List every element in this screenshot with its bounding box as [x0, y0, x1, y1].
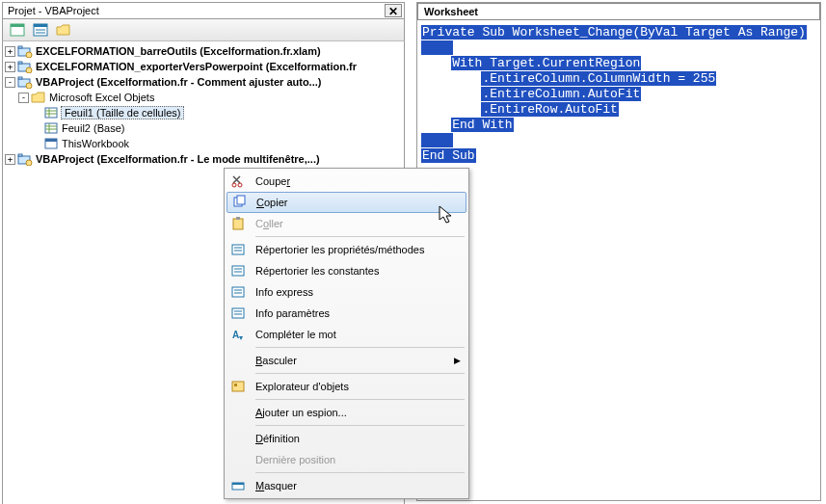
expand-toggle[interactable]: + [5, 62, 15, 72]
menu-item[interactable]: Basculer▶ [226, 350, 466, 371]
svg-rect-26 [18, 154, 22, 156]
menu-item-label: Dernière position [255, 454, 335, 465]
menu-item-label: Masquer [255, 480, 297, 491]
svg-rect-32 [233, 219, 243, 229]
code-editor[interactable]: Private Sub Worksheet_Change(ByVal Targe… [416, 19, 821, 501]
complete-icon: A [226, 324, 250, 345]
menu-item-label: Info express [255, 286, 313, 298]
svg-rect-10 [18, 62, 22, 64]
svg-rect-15 [45, 108, 57, 118]
menu-item[interactable]: Info express [226, 281, 466, 303]
project-explorer-title: Projet - VBAProject ✕ [2, 2, 405, 18]
expand-toggle[interactable]: + [5, 46, 15, 57]
menu-item[interactable]: Définition [226, 428, 466, 449]
paste-icon [226, 213, 250, 234]
menu-item[interactable]: Explorateur d'objets [226, 376, 466, 397]
svg-rect-37 [232, 266, 244, 276]
tree-item[interactable]: Feuil2 (Base) [3, 120, 404, 136]
objbrw-icon [226, 376, 250, 397]
svg-rect-1 [11, 24, 24, 27]
sheet-icon [43, 121, 59, 135]
svg-point-27 [26, 160, 32, 166]
project-icon [17, 152, 33, 166]
menu-item-label: Ajouter un espion... [255, 407, 347, 418]
menu-separator [255, 472, 465, 473]
tree-item[interactable]: +VBAProject (Excelformation.fr - Le mode… [3, 151, 404, 167]
svg-rect-50 [232, 483, 244, 485]
tree-item[interactable]: ThisWorkbook [3, 136, 404, 151]
tree-item-label: Microsoft Excel Objets [48, 92, 155, 103]
svg-point-29 [238, 183, 242, 187]
object-dropdown-value: Worksheet [424, 6, 478, 17]
menu-separator [255, 373, 465, 374]
tree-item-label: VBAProject (Excelformation.fr - Comment … [35, 76, 322, 88]
svg-rect-13 [18, 77, 22, 79]
tree-item-label: Feuil1 (Taille de cellules) [61, 106, 184, 119]
close-icon[interactable]: ✕ [385, 4, 402, 17]
menu-separator [255, 399, 465, 400]
svg-text:A: A [232, 330, 239, 340]
object-dropdown[interactable]: Worksheet [417, 3, 820, 20]
menu-item[interactable]: Répertorier les constantes [226, 260, 466, 281]
sheet-icon [43, 106, 59, 119]
tree-item-label: VBAProject (Excelformation.fr - Le mode … [35, 153, 321, 165]
menu-icon-empty [226, 428, 250, 449]
project-explorer-toolbar [2, 18, 405, 41]
hide-icon [226, 475, 250, 496]
tree-item[interactable]: -Microsoft Excel Objets [3, 90, 404, 105]
svg-point-11 [26, 67, 32, 73]
context-menu: CouperCopierCollerRépertorier les propri… [224, 168, 469, 499]
svg-rect-7 [18, 46, 22, 48]
menu-item-label: Répertorier les propriétés/méthodes [255, 244, 424, 255]
svg-rect-43 [232, 308, 244, 318]
svg-rect-48 [234, 384, 237, 386]
project-icon [17, 44, 33, 58]
props-icon [226, 239, 250, 260]
menu-item[interactable]: Ajouter un espion... [226, 402, 466, 423]
tree-item[interactable]: +EXCELFORMATION_exporterVersPowerpoint (… [3, 59, 404, 74]
tree-item-label: Feuil2 (Base) [61, 122, 125, 134]
menu-separator [255, 425, 465, 426]
menu-icon-empty [226, 449, 250, 470]
menu-item[interactable]: Info paramètres [226, 303, 466, 324]
menu-item-label: Copier [256, 197, 287, 208]
expand-toggle[interactable]: - [5, 77, 15, 88]
folder-icon[interactable] [53, 20, 74, 40]
menu-item[interactable]: ACompléter le mot [226, 324, 466, 345]
menu-item-label: Compléter le mot [255, 329, 336, 340]
menu-icon-empty [226, 350, 250, 371]
svg-point-28 [232, 183, 236, 187]
project-icon [17, 75, 33, 89]
project-explorer-title-text: Projet - VBAProject [8, 5, 99, 16]
menu-item[interactable]: Couper [226, 171, 466, 192]
svg-rect-47 [232, 382, 244, 391]
tree-item-label: EXCELFORMATION_exporterVersPowerpoint (E… [35, 61, 358, 72]
menu-item-label: Définition [255, 433, 300, 444]
svg-point-14 [26, 83, 32, 89]
params-icon [226, 303, 250, 324]
menu-item[interactable]: Répertorier les propriétés/méthodes [226, 239, 466, 260]
menu-item[interactable]: Copier [226, 192, 466, 213]
menu-item[interactable]: Masquer [226, 475, 466, 496]
code-pane: Worksheet Private Sub Worksheet_Change(B… [416, 2, 821, 503]
tree-item[interactable]: Feuil1 (Taille de cellules) [3, 105, 404, 120]
expand-toggle[interactable]: - [18, 93, 29, 103]
svg-rect-24 [45, 139, 57, 142]
menu-icon-empty [226, 402, 250, 423]
tree-item[interactable]: +EXCELFORMATION_barreOutils (Excelformat… [3, 43, 404, 59]
project-icon [17, 60, 33, 73]
view-list-icon[interactable] [30, 20, 51, 40]
copy-icon [227, 192, 251, 213]
menu-item: Coller [226, 213, 466, 234]
expand-toggle[interactable]: + [5, 154, 15, 165]
svg-rect-31 [237, 196, 245, 204]
menu-separator [255, 347, 465, 348]
menu-item-label: Couper [255, 175, 290, 187]
svg-rect-33 [236, 217, 240, 220]
menu-item: Dernière position [226, 449, 466, 470]
code-dropdown-bar: Worksheet [416, 2, 821, 19]
tree-item[interactable]: -VBAProject (Excelformation.fr - Comment… [3, 74, 404, 90]
view-code-icon[interactable] [7, 20, 28, 40]
svg-rect-40 [232, 287, 244, 297]
menu-item-label: Répertorier les constantes [255, 265, 379, 277]
